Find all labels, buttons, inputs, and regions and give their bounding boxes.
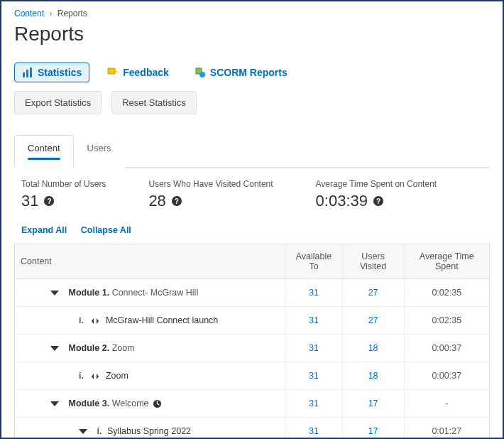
table-row: i. Syllabus Spring 2022 31 17 0:01:27 <box>15 418 490 439</box>
page-title: Reports <box>14 23 490 45</box>
tab-scorm-label: SCORM Reports <box>210 67 287 78</box>
expand-caret-icon[interactable] <box>50 291 59 296</box>
feedback-star-icon <box>107 67 119 78</box>
cell-available[interactable]: 31 <box>285 362 342 390</box>
reset-statistics-button[interactable]: Reset Statistics <box>111 91 197 114</box>
tab-feedback-label: Feedback <box>123 67 169 78</box>
cell-available[interactable]: 31 <box>285 418 342 439</box>
stat-avg-time-value: 0:03:39 <box>316 192 368 210</box>
scorm-package-icon <box>195 67 206 78</box>
svg-rect-1 <box>26 70 28 77</box>
cell-available[interactable]: 31 <box>285 390 342 418</box>
stat-avg-time: Average Time Spent on Content 0:03:39 ? <box>316 179 437 210</box>
tab-statistics[interactable]: Statistics <box>14 63 89 82</box>
stat-users-visited: Users Who Have Visited Content 28 ? <box>148 179 273 210</box>
cell-visited[interactable]: 18 <box>342 335 404 362</box>
tab-scorm-reports[interactable]: SCORM Reports <box>187 63 295 82</box>
item-prefix: i. <box>79 315 84 325</box>
sub-tab-bar: Content Users <box>14 134 490 168</box>
subtab-users-label: Users <box>87 143 111 153</box>
subtab-users[interactable]: Users <box>74 135 125 168</box>
item-name[interactable]: Syllabus Spring 2022 <box>107 426 191 436</box>
cell-available[interactable]: 31 <box>285 279 342 307</box>
cell-time: 0:02:35 <box>404 307 489 335</box>
reports-page: Content › Reports Reports Statistics Fee… <box>0 0 504 439</box>
help-icon[interactable]: ? <box>373 196 383 206</box>
breadcrumb-separator: › <box>49 9 52 18</box>
stat-total-users-label: Total Number of Users <box>21 179 106 189</box>
tab-feedback[interactable]: Feedback <box>99 63 177 82</box>
module-prefix: Module 1. <box>68 288 109 298</box>
tab-statistics-label: Statistics <box>38 67 82 78</box>
module-name: Connect- McGraw Hill <box>112 288 199 298</box>
module-prefix: Module 2. <box>68 343 109 353</box>
cell-time: 0:02:35 <box>404 279 489 307</box>
stat-total-users: Total Number of Users 31 ? <box>21 179 106 210</box>
bar-chart-icon <box>22 67 33 78</box>
table-row: Module 1. Connect- McGraw Hill 31 27 0:0… <box>15 279 490 307</box>
table-row: i. McGraw-Hill Connect launch 31 27 0:02… <box>15 307 490 335</box>
breadcrumb: Content › Reports <box>14 9 490 18</box>
module-prefix: Module 3. <box>68 399 109 408</box>
col-header-avg-time: Average Time Spent <box>404 244 489 279</box>
cell-visited[interactable]: 18 <box>342 362 404 390</box>
expand-caret-icon[interactable] <box>79 429 87 434</box>
module-name: Zoom <box>112 343 135 353</box>
breadcrumb-parent-link[interactable]: Content <box>14 9 44 18</box>
cell-time: - <box>404 390 489 418</box>
svg-marker-4 <box>115 70 118 73</box>
cell-available[interactable]: 31 <box>285 307 342 335</box>
expand-collapse-controls: Expand All Collapse All <box>14 217 490 244</box>
col-header-visited: Users Visited <box>342 244 404 279</box>
expand-caret-icon[interactable] <box>50 346 59 351</box>
col-header-available: Available To <box>285 244 342 279</box>
table-row: i. Zoom 31 18 0:00:37 <box>15 362 490 390</box>
stat-users-visited-value: 28 <box>148 192 165 210</box>
item-prefix: i. <box>97 426 102 436</box>
action-button-row: Export Statistics Reset Statistics <box>14 91 490 114</box>
col-header-content: Content <box>15 244 285 279</box>
subtab-content[interactable]: Content <box>14 135 74 168</box>
cell-time: 0:00:37 <box>404 335 489 362</box>
svg-rect-3 <box>108 68 115 74</box>
summary-stats-row: Total Number of Users 31 ? Users Who Hav… <box>14 168 490 217</box>
stat-avg-time-label: Average Time Spent on Content <box>316 179 437 189</box>
svg-rect-2 <box>30 67 32 77</box>
cell-visited[interactable]: 17 <box>342 418 404 439</box>
lti-link-icon <box>90 372 100 381</box>
help-icon[interactable]: ? <box>172 196 182 206</box>
stat-users-visited-label: Users Who Have Visited Content <box>148 179 273 189</box>
cell-visited[interactable]: 27 <box>342 279 404 307</box>
collapse-all-link[interactable]: Collapse All <box>81 225 131 235</box>
lti-link-icon <box>90 317 100 325</box>
expand-all-link[interactable]: Expand All <box>21 225 67 235</box>
cell-time: 0:00:37 <box>404 362 489 390</box>
clock-icon <box>153 399 162 408</box>
export-statistics-button[interactable]: Export Statistics <box>14 91 102 114</box>
item-name[interactable]: McGraw-Hill Connect launch <box>106 315 218 325</box>
table-row: Module 2. Zoom 31 18 0:00:37 <box>15 335 490 362</box>
help-icon[interactable]: ? <box>44 196 54 206</box>
cell-visited[interactable]: 17 <box>342 390 404 418</box>
content-statistics-table: Content Available To Users Visited Avera… <box>14 244 490 439</box>
table-row: Module 3. Welcome 31 17 - <box>15 390 490 418</box>
subtab-content-label: Content <box>28 143 60 153</box>
svg-rect-0 <box>23 72 25 77</box>
stat-total-users-value: 31 <box>21 192 38 210</box>
cell-visited[interactable]: 27 <box>342 307 404 335</box>
item-name[interactable]: Zoom <box>106 371 128 381</box>
report-type-tabs: Statistics Feedback SCORM Reports <box>14 63 490 82</box>
module-name: Welcome <box>112 399 149 408</box>
cell-time: 0:01:27 <box>404 418 489 439</box>
breadcrumb-current: Reports <box>57 9 87 18</box>
expand-caret-icon[interactable] <box>50 401 59 406</box>
item-prefix: i. <box>79 371 84 381</box>
cell-available[interactable]: 31 <box>285 335 342 362</box>
svg-point-6 <box>199 72 205 77</box>
